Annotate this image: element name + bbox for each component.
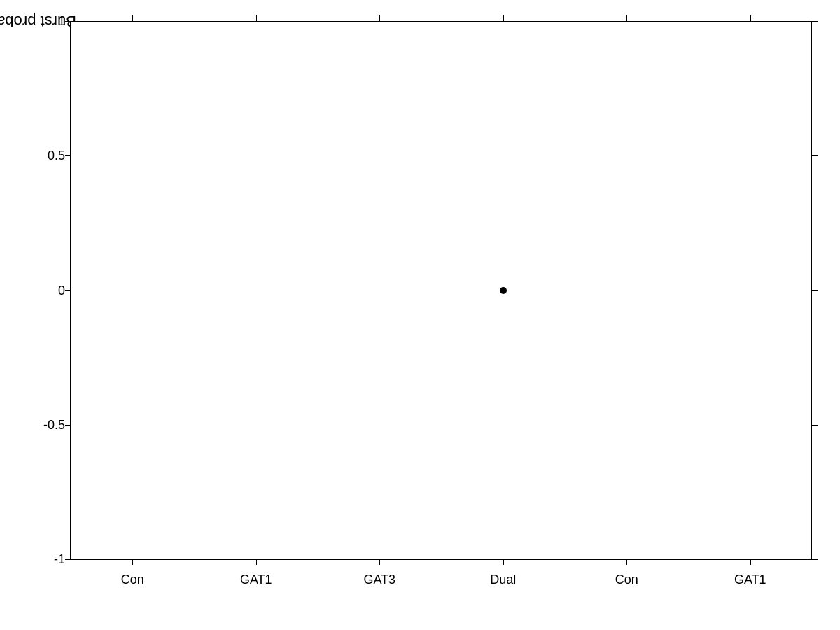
y-tick-label-0: 0 [29,283,65,298]
x-tick-label-dual: Dual [490,573,516,587]
y-tick-right-n1 [812,559,818,560]
x-tick-label-gat3: GAT3 [363,573,396,587]
y-tick-right-n05 [812,425,818,426]
x-tick-label-gat1-2: GAT1 [734,573,766,587]
y-tick-1 [65,21,71,22]
chart-plot-area: 1 0.5 0 -0.5 -1 Con GAT1 GAT3 Dual [70,21,812,560]
chart-container: Burst probability 1 0.5 0 -0.5 -1 Con GA [0,0,840,630]
y-tick-right-0 [812,290,818,291]
x-tick-con1 [132,559,133,565]
y-tick-right-05 [812,155,818,156]
x-tick-label-con1: Con [121,573,144,587]
y-tick-n05 [65,425,71,426]
x-tick-label-con2: Con [615,573,638,587]
y-tick-n1 [65,559,71,560]
y-tick-right-1 [812,21,818,22]
x-tick-top-con1 [132,15,133,21]
x-tick-top-gat1-1 [256,15,257,21]
data-point-dual-0 [500,287,507,294]
x-tick-con2 [626,559,627,565]
y-tick-05 [65,155,71,156]
y-tick-label-n1: -1 [29,552,65,567]
y-tick-label-1: 1 [29,14,65,29]
x-tick-gat1-1 [256,559,257,565]
y-tick-0 [65,290,71,291]
x-tick-top-gat1-2 [750,15,751,21]
x-tick-top-dual [503,15,504,21]
x-tick-top-con2 [626,15,627,21]
x-tick-label-gat1-1: GAT1 [240,573,272,587]
y-tick-label-05: 0.5 [29,148,65,163]
x-tick-gat3 [379,559,380,565]
x-tick-gat1-2 [750,559,751,565]
x-tick-dual [503,559,504,565]
x-tick-top-gat3 [379,15,380,21]
y-tick-label-n05: -0.5 [29,417,65,432]
